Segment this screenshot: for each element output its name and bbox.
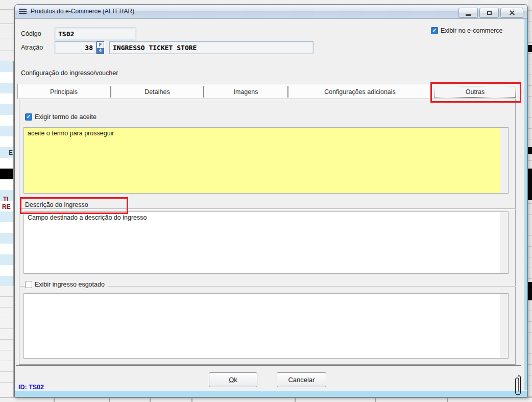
exibir-ecommerce-checkbox[interactable]: Exibir no e-commerce	[431, 27, 503, 34]
scrollbar-track	[500, 212, 508, 273]
bg-column-line	[375, 398, 376, 402]
exibir-ecommerce-label: Exibir no e-commerce	[441, 27, 503, 34]
bg-row-line	[0, 51, 14, 51]
exigir-termo-checkbox[interactable]: Exigir termo de aceite	[25, 113, 100, 121]
bg-dark-block	[528, 169, 532, 200]
bg-row-line	[0, 9, 14, 10]
id-link[interactable]: ID: TS02	[18, 384, 44, 391]
bg-column-line	[295, 398, 296, 402]
paperclip-icon[interactable]	[514, 374, 522, 400]
bg-row-line	[0, 38, 14, 38]
window-frame-right	[524, 18, 527, 394]
tab-detalhes[interactable]: Detalhes	[111, 84, 203, 99]
bg-cell-fragment: RE	[2, 203, 11, 210]
window-frame-bottom	[15, 390, 527, 397]
termo-aceite-textarea[interactable]: aceite o termo para prosseguir	[23, 127, 509, 194]
tab-outras[interactable]: Outras	[432, 84, 518, 99]
bg-column-line	[447, 398, 448, 402]
bg-dark-block	[528, 45, 532, 52]
checkbox-checked-icon	[25, 113, 32, 121]
footer-separator	[16, 365, 521, 366]
window-menu-icon[interactable]	[19, 9, 27, 10]
codigo-input[interactable]: TS02	[55, 28, 136, 40]
esgotado-label: Exibir ingresso esgotado	[35, 281, 105, 288]
esgotado-textarea[interactable]	[23, 293, 509, 359]
atracao-label: Atração	[21, 44, 43, 51]
termo-aceite-text: aceite o termo para prosseguir	[28, 130, 497, 137]
background-window-bottom-sliver	[0, 397, 532, 402]
minimize-icon	[466, 14, 471, 16]
descricao-textarea[interactable]: Campo destinado a descrição do ingresso	[23, 211, 509, 274]
bg-dark-block	[528, 282, 532, 300]
background-window-left-sliver: E TI RE	[0, 0, 14, 398]
atracao-description: INGRESSO TICKET STORE	[113, 44, 197, 52]
esgotado-checkbox[interactable]: Exibir ingresso esgotado	[25, 281, 108, 288]
descricao-label: Descrição do ingresso	[25, 201, 91, 208]
bg-table-selected-row	[0, 169, 13, 179]
cancel-button[interactable]: Cancelar	[277, 372, 326, 387]
bg-column-line	[191, 398, 192, 402]
maximize-icon	[487, 11, 492, 15]
codigo-value: TS02	[58, 30, 74, 38]
tab-strip: Principais Detalhes Imagens Configuraçõe…	[17, 84, 518, 99]
codigo-label: Código	[21, 30, 41, 37]
bg-cell-fragment: TI	[3, 196, 9, 203]
title-bar[interactable]: Produtos do e-Commerce (ALTERAR)	[15, 5, 527, 19]
tab-principais[interactable]: Principais	[18, 84, 110, 99]
bg-cell-fragment: E	[9, 149, 13, 156]
section-rule	[19, 208, 516, 209]
ok-button[interactable]: Ok	[209, 372, 257, 387]
bg-row-line	[0, 23, 14, 24]
bg-dark-block	[528, 147, 532, 154]
bg-empty-rows	[0, 286, 14, 398]
exigir-termo-label: Exigir termo de aceite	[35, 113, 96, 121]
close-button[interactable]	[500, 8, 523, 18]
bg-column-line	[109, 398, 110, 402]
maximize-button[interactable]	[479, 8, 499, 18]
bg-column-line	[150, 398, 151, 402]
atracao-value: 38	[85, 44, 93, 52]
scrollbar-track	[500, 128, 508, 193]
checkbox-checked-icon	[431, 27, 438, 34]
f4-top: F	[97, 42, 104, 48]
f4-bottom: 4	[97, 48, 104, 54]
close-icon	[509, 10, 515, 16]
section-title: Configuração do ingresso/voucher	[21, 69, 118, 77]
tab-imagens[interactable]: Imagens	[204, 84, 287, 99]
window-title: Produtos do e-Commerce (ALTERAR)	[31, 8, 134, 15]
atracao-lookup-f4-button[interactable]: F 4	[96, 41, 104, 54]
ok-rest: k	[234, 376, 237, 384]
atracao-input[interactable]: 38	[55, 41, 96, 54]
focus-rectangle	[434, 86, 516, 98]
checkbox-unchecked-icon	[25, 281, 32, 288]
minimize-button[interactable]	[458, 8, 478, 18]
atracao-description-field[interactable]: INGRESSO TICKET STORE	[109, 41, 313, 54]
scrollbar-track	[500, 294, 508, 358]
bg-column-line	[54, 398, 55, 402]
background-window-right-sliver	[528, 0, 532, 398]
tab-configuracoes-adicionais[interactable]: Configurações adicionais	[288, 84, 431, 99]
dialog-produtos-ecommerce: Produtos do e-Commerce (ALTERAR) Código …	[14, 4, 528, 397]
ok-mnemonic: O	[229, 376, 234, 384]
descricao-text: Campo destinado a descrição do ingresso	[28, 214, 497, 221]
